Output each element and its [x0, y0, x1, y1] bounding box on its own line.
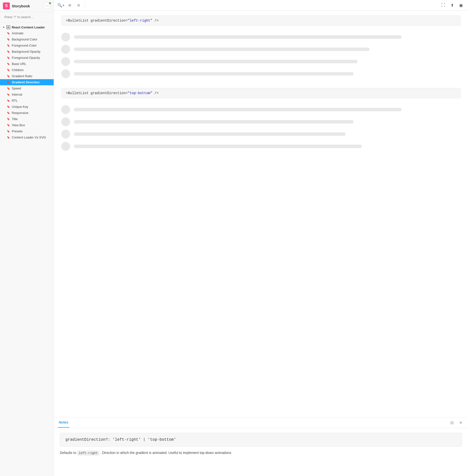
code-value-top-bottom: "top-bottom": [128, 91, 152, 95]
sidebar-item-label: Responsive: [12, 111, 29, 115]
notes-inline-code: left-right: [77, 451, 99, 455]
bookmark-icon: 🔖: [7, 118, 10, 121]
sidebar-item-speed[interactable]: 🔖Speed: [0, 85, 54, 91]
sidebar-item-label: Unique Key: [12, 105, 28, 109]
bookmark-icon: 🔖: [7, 130, 10, 133]
bookmark-icon: 🔖: [7, 50, 10, 53]
sidebar-item-label: Gradient Ratio: [12, 74, 32, 78]
sidebar-item-gradient-ratio[interactable]: 🔖Gradient Ratio: [0, 73, 54, 79]
sidebar-item-label: Gradient Direction: [12, 80, 39, 84]
chevron-down-icon: ▼: [2, 26, 5, 29]
fullscreen-button[interactable]: ⛶: [439, 1, 447, 9]
main-area: 🔍+ ⊖ ⊙ ⛶ ⬆ ▣ <BulletList gradientDirecti…: [54, 0, 468, 476]
search-input[interactable]: [2, 14, 51, 20]
bullet-item: [61, 57, 461, 66]
bullet-circle: [61, 57, 70, 66]
notes-code-block: gradientDirection?: 'left-right' | 'top-…: [60, 433, 462, 446]
sidebar-item-unique-key[interactable]: 🔖Unique Key: [0, 104, 54, 110]
bullet-list-top-bottom: [61, 103, 461, 153]
bookmark-icon: 🔖: [7, 56, 10, 60]
notes-desc-prefix: Defaults to: [60, 451, 77, 455]
panel-split-button[interactable]: ⊟: [448, 419, 455, 426]
bullet-item: [61, 142, 461, 151]
bullet-circle: [61, 130, 70, 138]
more-options-button[interactable]: ···: [44, 2, 51, 9]
bookmark-icon: 🔖: [7, 99, 10, 103]
bullet-circle: [61, 69, 70, 78]
sidebar-item-label: Background Color: [12, 38, 37, 41]
bullet-line: [74, 60, 357, 63]
bullet-line: [74, 108, 402, 111]
zoom-reset-button[interactable]: ⊙: [75, 1, 82, 9]
notes-close-button[interactable]: ✕: [457, 419, 464, 426]
bookmark-icon: 🔖: [7, 123, 10, 127]
sidebar-item-background-opacity[interactable]: 🔖Background Opacity: [0, 48, 54, 55]
notes-desc-suffix: . Direction in which the gradient is ani…: [100, 451, 231, 455]
sidebar-item-title[interactable]: 🔖Title: [0, 116, 54, 122]
bookmark-icon: 🔖: [7, 32, 10, 35]
zoom-out-icon: ⊖: [68, 3, 71, 7]
notes-description: Defaults to left-right . Direction in wh…: [60, 450, 462, 456]
bookmark-icon: 🔖: [7, 136, 10, 139]
sidebar-toggle-button[interactable]: ▣: [457, 1, 465, 9]
sidebar-item-background-color[interactable]: 🔖Background Color: [0, 36, 54, 42]
content-area: <BulletList gradientDirection="left-righ…: [54, 11, 468, 417]
share-icon: ⬆: [451, 3, 454, 8]
bullet-list-left-right: [61, 30, 461, 81]
sidebar-nav: ▼ ⊞ React Content Loader 🔖Animate🔖Backgr…: [0, 22, 54, 476]
sidebar-item-animate[interactable]: 🔖Animate: [0, 30, 54, 36]
zoom-out-button[interactable]: ⊖: [66, 1, 73, 9]
nav-items-list: 🔖Animate🔖Background Color🔖Foreground Col…: [0, 30, 54, 140]
bookmark-icon: 🔖: [7, 62, 10, 66]
demo-section-left-right: <BulletList gradientDirection="left-righ…: [61, 15, 461, 81]
bullet-item: [61, 33, 461, 41]
nav-group-header[interactable]: ▼ ⊞ React Content Loader: [0, 24, 54, 30]
ellipsis-icon: ···: [45, 4, 49, 8]
fullscreen-icon: ⛶: [441, 3, 445, 7]
sidebar-item-content-loader-vs-svg[interactable]: 🔖Content Loader Vs SVG: [0, 134, 54, 140]
sidebar-item-presets[interactable]: 🔖Presets: [0, 128, 54, 134]
share-button[interactable]: ⬆: [448, 1, 456, 9]
sidebar-item-label: View Box: [12, 123, 25, 127]
notes-panel: Notes ⊟ ✕ gradientDirection?: 'left-righ…: [54, 417, 468, 476]
code-text-suffix2: />: [152, 91, 159, 95]
sidebar-item-label: Title: [12, 117, 18, 121]
bullet-item: [61, 45, 461, 54]
sidebar-item-responsive[interactable]: 🔖Responsive: [0, 110, 54, 116]
sidebar-item-label: Children: [12, 68, 24, 72]
code-value-left-right: "left-right": [128, 19, 152, 23]
zoom-in-icon: 🔍+: [57, 3, 64, 8]
close-icon: ✕: [459, 420, 462, 425]
storybook-logo-icon: S: [3, 2, 10, 9]
bookmark-icon: 🔖: [7, 81, 10, 84]
bullet-circle: [61, 33, 70, 41]
zoom-reset-icon: ⊙: [77, 3, 80, 7]
bullet-circle: [61, 45, 70, 54]
sidebar-item-base-url[interactable]: 🔖Base URL: [0, 61, 54, 67]
code-text-prefix2: <BulletList gradientDirection=: [66, 91, 128, 95]
sidebar-item-rtl[interactable]: 🔖RTL: [0, 98, 54, 104]
toolbar: 🔍+ ⊖ ⊙ ⛶ ⬆ ▣: [54, 0, 468, 11]
sidebar-item-gradient-direction[interactable]: 🔖Gradient Direction: [0, 79, 54, 85]
status-dot: [49, 2, 51, 4]
bookmark-icon: 🔖: [7, 38, 10, 41]
sidebar-item-label: Speed: [12, 87, 21, 90]
storybook-logo-text: Storybook: [12, 4, 30, 8]
bullet-circle: [61, 142, 70, 151]
sidebar-item-foreground-color[interactable]: 🔖Foreground Color: [0, 42, 54, 48]
nav-group-label: React Content Loader: [12, 26, 45, 29]
sidebar-item-view-box[interactable]: 🔖View Box: [0, 122, 54, 128]
bullet-line: [74, 35, 402, 39]
panel-icon: ▣: [459, 3, 463, 8]
code-text-prefix: <BulletList gradientDirection=: [66, 19, 128, 23]
bullet-item: [61, 118, 461, 126]
sidebar-item-interval[interactable]: 🔖Interval: [0, 91, 54, 98]
sidebar-item-foreground-opacity[interactable]: 🔖Foreground Opacity: [0, 55, 54, 61]
bullet-item: [61, 130, 461, 138]
sidebar-item-label: Background Opacity: [12, 50, 40, 53]
sidebar-item-label: Animate: [12, 31, 24, 35]
notes-tab[interactable]: Notes: [58, 417, 69, 428]
zoom-in-button[interactable]: 🔍+: [57, 1, 65, 9]
bookmark-icon: 🔖: [7, 87, 10, 90]
sidebar-item-children[interactable]: 🔖Children: [0, 67, 54, 73]
